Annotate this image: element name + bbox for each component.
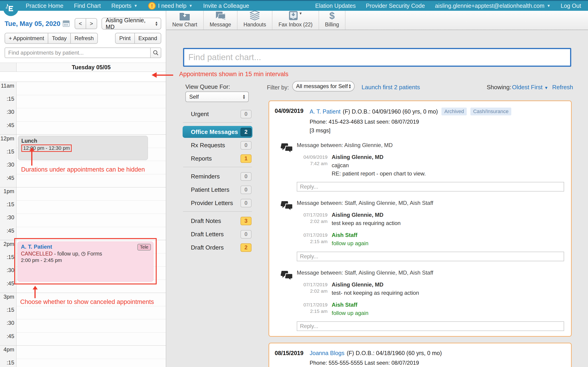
- elation-logo[interactable]: [3, 1, 18, 16]
- nav-need-help[interactable]: !I need help▼: [148, 2, 193, 10]
- queue-item-rx-requests[interactable]: Rx Requests0: [183, 139, 252, 151]
- message-button[interactable]: Message: [204, 11, 237, 30]
- queue-item-draft-notes[interactable]: Draft Notes3: [183, 215, 252, 227]
- calendar-row: :15: [0, 95, 166, 108]
- calendar-slot[interactable]: [17, 121, 166, 135]
- expand-button[interactable]: Expand: [134, 33, 161, 44]
- add-appointment-button[interactable]: + Appointment: [5, 33, 48, 44]
- message-body: Aisling Glennie, MDtest- not keeping as …: [332, 282, 564, 296]
- calendar-slot[interactable]: [17, 174, 166, 187]
- time-label: :30: [0, 319, 17, 332]
- chat-bubbles-icon: [275, 142, 297, 192]
- find-patient-chart-input[interactable]: [184, 49, 570, 66]
- showing-sort-link[interactable]: Oldest First ▼: [512, 84, 548, 91]
- calendar-slot[interactable]: [17, 306, 166, 319]
- queue-item-label: Reports: [183, 155, 212, 162]
- nav-elation-updates[interactable]: Elation Updates: [315, 2, 356, 9]
- main-toolbar: New ChartMessageHandouts▼Fax Inbox (22)$…: [166, 11, 588, 30]
- view-queue-select[interactable]: Self ▲▼: [185, 92, 249, 102]
- message-date: 07/17/2019: [297, 232, 328, 238]
- today-button[interactable]: Today: [48, 33, 71, 44]
- refresh-queue-link[interactable]: Refresh: [552, 84, 573, 91]
- message-text: follow up again: [332, 310, 564, 316]
- calendar-slot[interactable]: [17, 108, 166, 121]
- nav-invite-colleague[interactable]: Invite a Colleague: [203, 2, 249, 9]
- handouts-button[interactable]: Handouts: [237, 11, 272, 30]
- message-body: Aisling Glennie, MDtest keep as requirin…: [332, 212, 564, 226]
- queue-item-urgent[interactable]: Urgent0: [183, 108, 252, 120]
- calendar-row: 4pm: [0, 345, 166, 359]
- message-date: 07/17/2019: [297, 282, 328, 288]
- queue-item-patient-letters[interactable]: Patient Letters0: [183, 184, 252, 196]
- calendar-slot[interactable]: [17, 214, 166, 227]
- launch-patients-link[interactable]: Launch first 2 patients: [362, 84, 420, 91]
- calendar-icon[interactable]: [63, 20, 69, 27]
- queue-item-reminders[interactable]: Reminders0: [183, 170, 252, 182]
- time-label: :30: [0, 214, 17, 227]
- provider-select[interactable]: Aisling Glennie, MD ▲▼: [102, 18, 161, 30]
- calendar-row: 11am: [0, 82, 166, 95]
- fax-inbox-button[interactable]: ▼Fax Inbox (22): [272, 11, 319, 30]
- message-sender: Aisling Glennie, MD: [332, 282, 564, 288]
- queue-item-label: Patient Letters: [183, 186, 229, 193]
- appointment-search-input[interactable]: [5, 48, 150, 58]
- appointment-lunch[interactable]: Lunch 12:00 pm - 12:30 pm: [18, 136, 148, 160]
- message-time: 2:15 am: [297, 238, 328, 245]
- toolbar-button-label: Billing: [325, 22, 339, 28]
- calendar-slot[interactable]: [17, 359, 166, 367]
- queue-item-draft-letters[interactable]: Draft Letters0: [183, 228, 252, 240]
- patient-link[interactable]: A. T. Patient: [310, 108, 340, 115]
- print-button[interactable]: Print: [115, 33, 135, 44]
- nav-reports[interactable]: Reports▼: [111, 2, 138, 9]
- time-label: 4pm: [0, 345, 17, 359]
- patient-link[interactable]: Joanna Blogs: [310, 350, 345, 357]
- prev-day-button[interactable]: <: [75, 18, 86, 29]
- queue-count-badge: 2: [241, 128, 251, 136]
- thread-body: Message between: Aisling Glennie, MD04/0…: [297, 142, 565, 192]
- nav-provider-security-code[interactable]: Provider Security Code: [366, 2, 425, 9]
- message-text: cajjcan: [332, 162, 564, 169]
- reply-input[interactable]: [297, 321, 564, 331]
- calendar-row: :15: [0, 306, 166, 319]
- reply-input[interactable]: [297, 182, 564, 192]
- appointment-search-button[interactable]: [150, 48, 161, 58]
- message-card: 08/15/2019Joanna Blogs(F) D.O.B.: 04/18/…: [268, 343, 572, 367]
- nav-account-menu[interactable]: aisling.glennie+apptest@elationhealth.co…: [435, 2, 551, 9]
- nav-label: Provider Security Code: [366, 2, 425, 9]
- calendar-slot[interactable]: [17, 200, 166, 214]
- patient-tag-archived: Archived: [441, 108, 467, 115]
- nav-find-chart[interactable]: Find Chart: [74, 2, 101, 9]
- calendar-slot[interactable]: [17, 332, 166, 346]
- queue-item-reports[interactable]: Reports1: [183, 152, 252, 165]
- filter-by-select-value: All messages for Self: [296, 83, 348, 90]
- calendar-slot[interactable]: [17, 95, 166, 108]
- filter-by-select[interactable]: All messages for Self ▲▼: [292, 81, 355, 92]
- calendar-slot[interactable]: [17, 82, 166, 95]
- calendar-row: :45: [0, 332, 166, 346]
- new-chart-button[interactable]: New Chart: [166, 11, 204, 30]
- message-time: 2:02 am: [297, 288, 328, 294]
- queue-item-office-messages[interactable]: Office Messages2: [183, 126, 252, 138]
- toolbar-button-label: New Chart: [172, 22, 197, 28]
- calendar-slot[interactable]: [17, 187, 166, 200]
- calendar-slot[interactable]: [17, 319, 166, 332]
- message-text: follow up again: [332, 240, 564, 247]
- thread-participants: Message between: Staff, Aisling Glennie,…: [297, 269, 564, 276]
- refresh-schedule-button[interactable]: Refresh: [70, 33, 98, 44]
- queue-item-label: Reminders: [183, 173, 220, 180]
- queue-count-badge: 0: [241, 230, 251, 239]
- nav-practice-home[interactable]: Practice Home: [26, 2, 63, 9]
- day-header: Tuesday 05/05: [0, 63, 166, 72]
- patient-meta: (F) D.O.B.: 04/18/1960 (60 yrs, 0 mo): [347, 350, 442, 357]
- reply-input[interactable]: [297, 252, 564, 261]
- calendar-slot[interactable]: [17, 345, 166, 359]
- nav-log-out[interactable]: Log Out: [561, 2, 581, 9]
- queue-item-draft-orders[interactable]: Draft Orders2: [183, 242, 252, 253]
- date-label[interactable]: Tue, May 05, 2020: [5, 20, 61, 27]
- billing-button[interactable]: $Billing: [319, 11, 346, 30]
- queue-item-provider-letters[interactable]: Provider Letters0: [183, 197, 252, 209]
- view-queue-select-value: Self: [189, 94, 199, 100]
- message-body: Aish Stafffollow up again: [332, 232, 564, 247]
- time-label: :45: [0, 174, 17, 187]
- next-day-button[interactable]: >: [86, 18, 97, 29]
